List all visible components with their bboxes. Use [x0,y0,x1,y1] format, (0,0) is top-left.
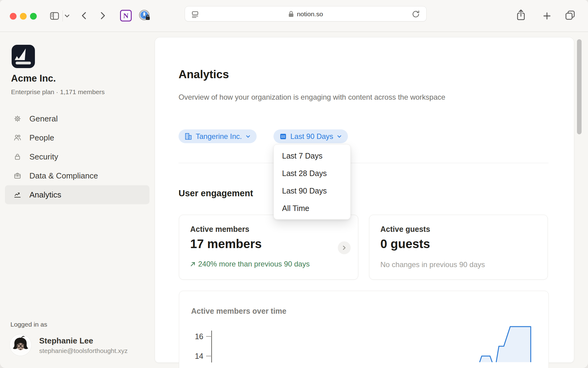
card-label: Active members [190,225,249,234]
back-icon[interactable] [80,11,89,20]
gear-icon [13,115,21,123]
vertical-scrollbar-thumb[interactable] [577,39,582,134]
sidebar-item-label: Security [29,152,58,162]
section-title-user-engagement: User engagement [179,188,253,198]
divider [62,10,63,21]
close-window-button[interactable] [10,13,17,20]
trend-chart-icon [13,191,21,199]
chevron-down-icon [337,134,342,139]
avatar [10,334,31,356]
notion-extension-icon[interactable]: N [120,10,132,21]
zoom-window-button[interactable] [30,13,37,20]
minimize-window-button[interactable] [20,13,27,20]
date-range-filter-dropdown[interactable]: Last 90 Days [273,129,348,143]
people-icon [13,134,21,142]
settings-nav: General People Security [5,109,149,204]
card-note: No changes in previous 90 days [380,260,485,269]
calendar-icon [279,132,287,140]
chevron-right-button[interactable] [338,241,351,254]
workspace-filter-label: Tangerine Inc. [196,132,242,141]
user-name: Stephanie Lee [39,336,93,346]
new-tab-icon[interactable] [543,12,551,20]
sidebar-item-label: General [29,114,58,124]
reload-icon[interactable] [412,10,420,18]
date-range-label: Last 90 Days [290,132,333,141]
forward-icon[interactable] [98,11,107,20]
chevron-down-icon [245,134,251,139]
members-area-chart [179,291,548,362]
card-value: 0 guests [380,237,430,251]
url-text: notion.so [297,10,323,18]
user-email: stephanie@toolsforthought.xyz [39,347,128,355]
workspace-filter-dropdown[interactable]: Tangerine Inc. [179,129,257,143]
browser-window: N notio [0,0,588,368]
active-guests-card: Active guests 0 guests No changes in pre… [369,215,548,280]
sidebar-toggle-icon[interactable] [49,10,60,21]
sidebar-item-security[interactable]: Security [5,147,149,166]
chevron-right-icon [342,245,347,251]
menu-item-all-time[interactable]: All Time [274,200,350,217]
divider [179,163,548,163]
sidebar-item-data-compliance[interactable]: Data & Compliance [5,166,149,185]
card-value: 17 members [190,237,262,251]
tab-overview-icon[interactable] [564,9,576,21]
sailboat-icon [12,45,35,68]
menu-item-last-7-days[interactable]: Last 7 Days [274,147,350,165]
building-icon [184,132,192,140]
page-description: Overview of how your organization is eng… [179,91,463,103]
onepassword-extension-icon[interactable] [138,9,151,21]
logged-in-as-label: Logged in as [10,321,47,328]
share-icon[interactable] [516,9,526,21]
workspace-logo [12,45,35,68]
sidebar-item-label: People [29,133,54,143]
url-bar[interactable]: notion.so [185,6,427,21]
sidebar-item-label: Analytics [29,190,61,200]
active-members-card[interactable]: Active members 17 members 240% more than… [179,215,358,280]
browser-toolbar: N notio [0,0,588,32]
page-title: Analytics [179,68,229,81]
sidebar-item-label: Data & Compliance [29,171,98,181]
tls-lock-icon [288,10,294,18]
sidebar-item-analytics[interactable]: Analytics [5,185,149,204]
lock-icon [13,153,21,161]
card-delta: 240% more than previous 90 days [190,260,310,268]
menu-item-last-90-days[interactable]: Last 90 Days [274,182,350,200]
toolbar-chevron-down-icon[interactable] [64,13,70,18]
sidebar-item-general[interactable]: General [5,109,149,128]
card-label: Active guests [380,225,430,234]
sidebar-item-people[interactable]: People [5,128,149,147]
menu-item-last-28-days[interactable]: Last 28 Days [274,165,350,182]
workspace-meta: Enterprise plan · 1,171 members [11,88,105,96]
arrow-up-right-icon [190,262,195,267]
date-range-menu: Last 7 Days Last 28 Days Last 90 Days Al… [273,144,351,220]
briefcase-icon [13,172,21,180]
workspace-name: Acme Inc. [11,73,56,84]
